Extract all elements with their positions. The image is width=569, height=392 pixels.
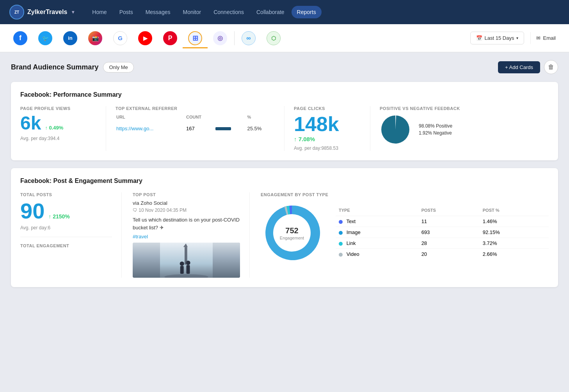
eng-col-type: TYPE <box>336 206 418 216</box>
profile-views-label: PAGE PROFILE VIEWS <box>20 106 96 111</box>
twitter-icon: 🐦 <box>38 31 52 45</box>
pinterest-tab[interactable]: P <box>158 28 183 48</box>
referrer-col-pct-h: % <box>247 115 274 122</box>
linkedin-icon: in <box>63 31 77 45</box>
google-icon: G <box>113 31 127 45</box>
referrer-label: TOP EXTERNAL REFERRER <box>116 106 275 111</box>
total-engagement-label: TOTAL ENGAGEMENT <box>20 243 112 248</box>
nav-posts[interactable]: Posts <box>114 6 139 18</box>
table-row: Text 11 1.46% <box>336 216 549 227</box>
trash-icon: 🗑 <box>548 64 554 71</box>
date-filter-button[interactable]: 📅 Last 15 Days ▾ <box>470 32 525 44</box>
integration2-icon: ⬡ <box>267 31 281 45</box>
referrer-url[interactable]: https://www.go... <box>116 123 185 134</box>
page-clicks-section: PAGE CLICKS 148k ↑ 7.08% Avg. per day:98… <box>284 106 370 151</box>
page-header-left: Brand Audience Summary Only Me <box>11 62 134 73</box>
page-header-right: + Add Cards 🗑 <box>498 60 558 74</box>
twitter-tab[interactable]: 🐦 <box>33 28 58 48</box>
engagement-summary-card: Facebook: Post & Engagement Summary TOTA… <box>11 168 558 287</box>
pct-video: 2.66% <box>480 249 549 260</box>
image-type-dot <box>339 231 343 235</box>
eng-col-posts: POSTS <box>418 206 480 216</box>
email-label: Email <box>543 35 556 41</box>
visibility-badge[interactable]: Only Me <box>103 62 133 73</box>
feedback-label: POSITIVE VS NEGATIVE FEEDBACK <box>380 106 539 111</box>
page-profile-views-section: PAGE PROFILE VIEWS 6k ↑ 0.49% Avg. per d… <box>20 106 106 151</box>
top-post-date: 🗨 10 Nov 2020 04:35 PM <box>133 208 240 213</box>
total-posts-row: 90 ↑ 2150% <box>20 200 112 222</box>
email-button[interactable]: ✉ Email <box>530 32 561 44</box>
video-type-dot <box>339 253 343 257</box>
top-post-section: TOP POST via Zoho Social 🗨 10 Nov 2020 0… <box>133 192 250 278</box>
page-clicks-value: 148k <box>294 114 339 134</box>
youtube-icon: ▶ <box>138 31 152 45</box>
add-cards-button[interactable]: + Add Cards <box>498 61 540 73</box>
youtube-tab[interactable]: ▶ <box>133 28 158 48</box>
page-title: Brand Audience Summary <box>11 63 98 71</box>
zoho-social-tab[interactable]: ⊞ <box>183 28 208 48</box>
social-bar-actions: 📅 Last 15 Days ▾ ✉ Email <box>470 32 561 44</box>
referrer-col-count: COUNT <box>186 115 215 122</box>
engagement-type-content: 752 Engagement TYPE POSTS POST % <box>261 202 549 264</box>
posts-text: 11 <box>418 216 480 227</box>
nav-home[interactable]: Home <box>87 6 112 18</box>
chevron-down-icon: ▾ <box>516 36 518 40</box>
donut-chart-container: 752 Engagement <box>261 202 323 264</box>
referrer-bar <box>215 127 231 130</box>
nav-reports[interactable]: Reports <box>292 6 322 18</box>
total-posts-value: 90 <box>20 200 44 222</box>
profile-views-value: 6k <box>20 114 41 133</box>
calendar-icon: 📅 <box>476 35 482 41</box>
page-clicks-avg: Avg. per day:9858.53 <box>294 145 361 151</box>
zoho-profile-tab[interactable]: ◎ <box>208 28 233 48</box>
pct-link: 3.72% <box>480 238 549 249</box>
page-content: Brand Audience Summary Only Me + Add Car… <box>0 52 569 303</box>
logo-icon: ZT <box>9 5 24 20</box>
performance-summary-card: Facebook: Performance Summary PAGE PROFI… <box>11 82 558 160</box>
nav-messages[interactable]: Messages <box>140 6 176 18</box>
delete-button[interactable]: 🗑 <box>544 60 558 74</box>
top-post-hashtag[interactable]: #travel <box>133 234 240 239</box>
table-row: Video 20 2.66% <box>336 249 549 260</box>
facebook-tab[interactable]: f <box>8 28 33 48</box>
posts-video: 20 <box>418 249 480 260</box>
type-image: Image <box>336 227 418 238</box>
feedback-legend: 98.08% Positive 1.92% Negative <box>419 123 452 136</box>
instagram-icon: 📸 <box>88 31 102 45</box>
donut-chart: 752 Engagement <box>261 202 323 264</box>
feedback-chart: 98.08% Positive 1.92% Negative <box>380 114 539 145</box>
svg-rect-6 <box>187 265 190 274</box>
instagram-tab[interactable]: 📸 <box>83 28 108 48</box>
nav-links: Home Posts Messages Monitor Connections … <box>87 6 560 18</box>
page-clicks-change-row: ↑ 7.08% <box>294 136 361 142</box>
total-engagement-section: TOTAL ENGAGEMENT <box>20 237 112 248</box>
email-icon: ✉ <box>536 35 541 41</box>
profile-views-avg: Avg. per day:394.4 <box>20 136 96 141</box>
linkedin-tab[interactable]: in <box>58 28 83 48</box>
type-link: Link <box>336 238 418 249</box>
brand-logo[interactable]: ZT ZylkerTravels ▾ <box>9 5 74 20</box>
posts-image: 693 <box>418 227 480 238</box>
table-row: https://www.go... 167 25.5% <box>116 123 274 134</box>
nav-collaborate[interactable]: Collaborate <box>251 6 290 18</box>
nav-connections[interactable]: Connections <box>208 6 249 18</box>
page-clicks-change: ↑ 7.08% <box>294 136 315 142</box>
type-video: Video <box>336 249 418 260</box>
pct-text: 1.46% <box>480 216 549 227</box>
engagement-type-table: TYPE POSTS POST % Text 11 <box>336 206 549 259</box>
facebook-icon: f <box>13 31 27 45</box>
integration1-tab[interactable]: ∞ <box>236 28 261 48</box>
top-post-label: TOP POST <box>133 192 240 197</box>
pct-image: 92.15% <box>480 227 549 238</box>
zoho-social-icon: ⊞ <box>188 31 202 45</box>
text-type-dot <box>339 220 343 224</box>
integration2-tab[interactable]: ⬡ <box>261 28 286 48</box>
top-post-image <box>133 243 240 278</box>
pinterest-icon: P <box>163 31 177 45</box>
svg-rect-7 <box>185 247 187 264</box>
google-tab[interactable]: G <box>108 28 133 48</box>
brand-caret-icon: ▾ <box>72 9 74 15</box>
table-row: Link 28 3.72% <box>336 238 549 249</box>
performance-card-title: Facebook: Performance Summary <box>20 91 549 98</box>
nav-monitor[interactable]: Monitor <box>177 6 206 18</box>
